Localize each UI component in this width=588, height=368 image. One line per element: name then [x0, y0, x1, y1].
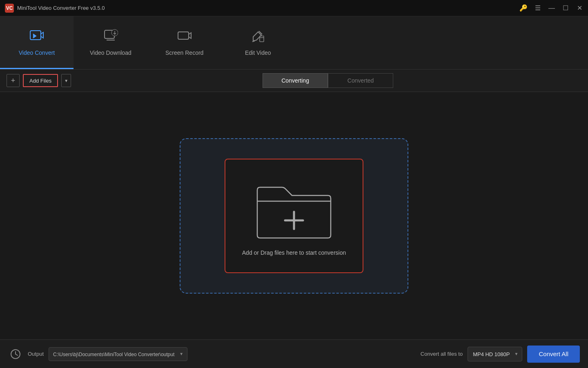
title-controls: 🔑 ☰ — ☐ ✕ [519, 4, 583, 12]
svg-rect-3 [178, 32, 189, 39]
output-path-wrapper[interactable]: C:\Users\bj\Documents\MiniTool Video Con… [49, 347, 187, 361]
nav-tab-video-download[interactable]: Video Download [74, 16, 148, 69]
video-download-icon [103, 29, 118, 46]
maximize-button[interactable]: ☐ [562, 4, 569, 12]
nav-bar: Video Convert Video Download Screen Reco… [0, 16, 588, 70]
edit-video-icon [251, 29, 265, 46]
folder-icon [253, 176, 335, 241]
drop-zone[interactable]: Add or Drag files here to start conversi… [180, 138, 408, 294]
nav-tab-edit-video[interactable]: Edit Video [221, 16, 295, 69]
key-icon[interactable]: 🔑 [519, 4, 528, 12]
convert-tabs: Converting Converted [263, 73, 393, 88]
screen-record-icon [177, 29, 192, 46]
converted-tab[interactable]: Converted [328, 73, 393, 88]
svg-rect-0 [30, 31, 41, 40]
title-bar: VC MiniTool Video Converter Free v3.5.0 … [0, 0, 588, 16]
drop-inner-box[interactable]: Add or Drag files here to start conversi… [225, 159, 363, 273]
video-convert-icon [29, 29, 44, 46]
history-icon[interactable] [8, 347, 23, 361]
hamburger-menu-icon[interactable]: ☰ [534, 4, 541, 12]
add-files-dropdown-button[interactable]: ▼ [61, 74, 71, 87]
format-text: MP4 HD 1080P [468, 347, 522, 361]
bottom-bar: Output C:\Users\bj\Documents\MiniTool Vi… [0, 339, 588, 368]
convert-all-button[interactable]: Convert All [527, 346, 580, 363]
app-title: MiniTool Video Converter Free v3.5.0 [17, 5, 105, 11]
converting-tab[interactable]: Converting [263, 73, 328, 88]
toolbar: + Add Files ▼ Converting Converted [0, 70, 588, 92]
nav-tab-screen-record-label: Screen Record [165, 49, 203, 56]
nav-tab-video-convert-label: Video Convert [19, 49, 55, 56]
nav-tab-edit-video-label: Edit Video [245, 49, 271, 56]
output-path-text: C:\Users\bj\Documents\MiniTool Video Con… [49, 347, 187, 361]
svg-rect-4 [260, 36, 264, 42]
drop-label: Add or Drag files here to start conversi… [242, 249, 346, 256]
nav-tab-screen-record[interactable]: Screen Record [148, 16, 221, 69]
nav-tab-video-convert[interactable]: Video Convert [0, 16, 74, 69]
add-files-icon-button[interactable]: + [7, 74, 20, 87]
main-content: Add or Drag files here to start conversi… [0, 92, 588, 339]
convert-all-files-label: Convert all files to [421, 351, 463, 357]
title-left: VC MiniTool Video Converter Free v3.5.0 [5, 4, 105, 13]
app-logo: VC [5, 4, 14, 13]
format-select-wrapper[interactable]: MP4 HD 1080P ▼ [468, 347, 522, 361]
nav-tab-video-download-label: Video Download [90, 49, 131, 56]
close-button[interactable]: ✕ [576, 4, 583, 12]
output-label: Output [28, 351, 44, 357]
minimize-button[interactable]: — [548, 4, 555, 12]
add-files-button[interactable]: Add Files [23, 74, 58, 87]
